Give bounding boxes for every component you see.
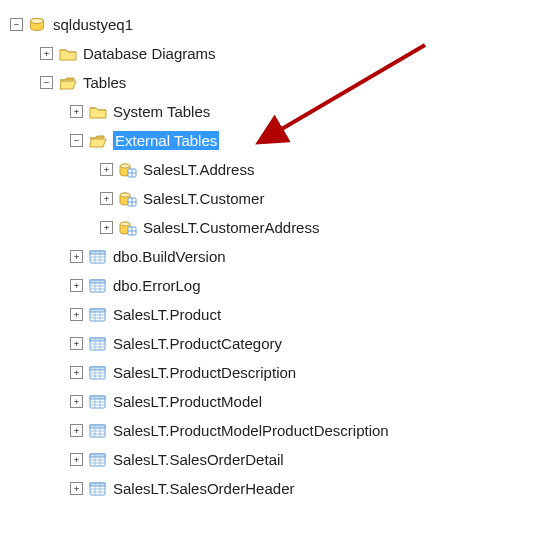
tree-node-label: SalesLT.CustomerAddress [143,219,319,236]
svg-rect-60 [90,454,105,457]
table-icon [89,336,107,352]
table-icon [89,481,107,497]
expand-icon[interactable]: + [100,192,113,205]
table-icon [89,249,107,265]
folder-icon [89,133,107,149]
svg-rect-18 [90,251,105,254]
expand-icon[interactable]: + [70,453,83,466]
tree-node[interactable]: +SalesLT.CustomerAddress [100,213,549,242]
svg-point-3 [120,164,130,168]
svg-rect-36 [90,338,105,341]
svg-rect-54 [90,425,105,428]
tree-node-label: SalesLT.ProductModelProductDescription [113,422,389,439]
tree-node[interactable]: +SalesLT.SalesOrderDetail [70,445,549,474]
expand-icon[interactable]: + [70,105,83,118]
expand-icon[interactable]: + [70,424,83,437]
collapse-icon[interactable]: − [10,18,23,31]
tree-node-label: External Tables [113,131,219,150]
tree-node[interactable]: +SalesLT.ProductModelProductDescription [70,416,549,445]
svg-point-1 [31,18,44,23]
tree-node-label: SalesLT.ProductCategory [113,335,282,352]
svg-rect-42 [90,367,105,370]
tree-node-label: System Tables [113,103,210,120]
expand-icon[interactable]: + [70,337,83,350]
tree-node-label: SalesLT.SalesOrderDetail [113,451,284,468]
tree-node[interactable]: +SalesLT.Customer [100,184,549,213]
svg-rect-24 [90,280,105,283]
tree-node[interactable]: −External Tables [70,126,549,155]
tree-node[interactable]: +Database Diagrams [40,39,549,68]
tree-node-label: SalesLT.Customer [143,190,264,207]
svg-rect-66 [90,483,105,486]
external-table-icon [119,162,137,178]
tree-node-label: SalesLT.SalesOrderHeader [113,480,294,497]
svg-rect-48 [90,396,105,399]
expand-icon[interactable]: + [70,279,83,292]
table-icon [89,365,107,381]
tree-node-label: sqldustyeq1 [53,16,133,33]
tree-node-label: Tables [83,74,126,91]
svg-point-8 [120,193,130,197]
tree-node-label: SalesLT.ProductModel [113,393,262,410]
tree-node-label: Database Diagrams [83,45,216,62]
tree-node[interactable]: +SalesLT.ProductModel [70,387,549,416]
collapse-icon[interactable]: − [70,134,83,147]
tree-node[interactable]: +SalesLT.SalesOrderHeader [70,474,549,503]
tree-node[interactable]: +System Tables [70,97,549,126]
tree-node[interactable]: +dbo.BuildVersion [70,242,549,271]
expand-icon[interactable]: + [100,163,113,176]
external-table-icon [119,220,137,236]
tree-node[interactable]: +SalesLT.ProductDescription [70,358,549,387]
tree-node[interactable]: +SalesLT.ProductCategory [70,329,549,358]
expand-icon[interactable]: + [70,308,83,321]
expand-icon[interactable]: + [70,482,83,495]
table-icon [89,423,107,439]
tree-node[interactable]: +dbo.ErrorLog [70,271,549,300]
expand-icon[interactable]: + [70,395,83,408]
table-icon [89,452,107,468]
folder-icon [59,46,77,62]
tree-node[interactable]: +SalesLT.Address [100,155,549,184]
tree-node-label: SalesLT.Product [113,306,221,323]
tree-node[interactable]: −sqldustyeq1 [10,10,549,39]
database-icon [29,17,47,33]
folder-icon [89,104,107,120]
svg-rect-30 [90,309,105,312]
svg-point-13 [120,222,130,226]
table-icon [89,307,107,323]
expand-icon[interactable]: + [100,221,113,234]
external-table-icon [119,191,137,207]
tree-node-label: SalesLT.ProductDescription [113,364,296,381]
tree-node[interactable]: −Tables [40,68,549,97]
table-icon [89,278,107,294]
collapse-icon[interactable]: − [40,76,53,89]
folder-icon [59,75,77,91]
table-icon [89,394,107,410]
tree-node[interactable]: +SalesLT.Product [70,300,549,329]
tree-node-label: dbo.BuildVersion [113,248,226,265]
tree-node-label: SalesLT.Address [143,161,254,178]
expand-icon[interactable]: + [40,47,53,60]
expand-icon[interactable]: + [70,366,83,379]
expand-icon[interactable]: + [70,250,83,263]
tree-node-label: dbo.ErrorLog [113,277,201,294]
